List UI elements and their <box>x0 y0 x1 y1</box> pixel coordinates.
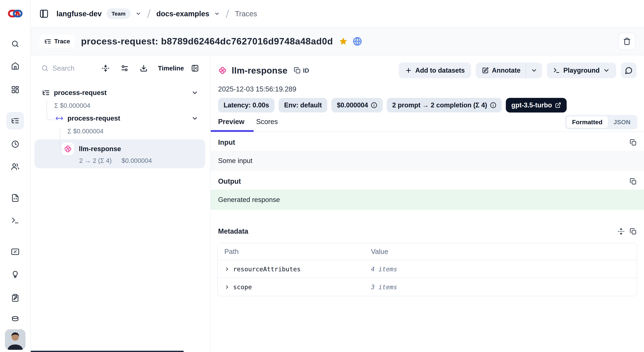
tree-node-process-request-root[interactable]: process-request <box>31 86 210 100</box>
chevron-right-icon[interactable] <box>224 266 230 272</box>
project-switcher-chevron-down-icon[interactable] <box>214 11 220 17</box>
annotate-split-button: Annotate <box>476 63 542 78</box>
bookmark-star-icon[interactable] <box>339 37 348 46</box>
rail-users-icon[interactable] <box>6 158 24 175</box>
copy-icon[interactable] <box>630 139 637 146</box>
tab-preview[interactable]: Preview <box>218 118 244 132</box>
plus-icon <box>405 67 412 74</box>
breadcrumb: langfuse-dev Team docs-examples Traces <box>31 0 644 27</box>
rail-prompts-icon[interactable] <box>6 189 24 207</box>
trace-tree-panel: Search Timeline <box>31 55 211 352</box>
span-tree: process-request Σ $0.000004 process-requ… <box>31 81 210 168</box>
user-avatar[interactable] <box>5 329 26 350</box>
rail-insights-icon[interactable] <box>6 266 24 283</box>
unfold-vertical-icon[interactable] <box>618 228 624 235</box>
table-row[interactable]: scope 3 items <box>218 278 637 296</box>
token-usage-badge: 2 prompt → 2 completion (Σ 4) <box>387 98 502 113</box>
output-content: Generated response <box>211 190 644 210</box>
horizontal-scrollbar[interactable] <box>31 351 184 352</box>
info-icon[interactable] <box>490 102 496 108</box>
metadata-table-header: Path Value <box>218 243 637 260</box>
move-horizontal-icon <box>55 114 64 122</box>
observation-title: llm-response <box>232 65 288 76</box>
breadcrumb-traces-link[interactable]: Traces <box>235 10 257 18</box>
org-switcher-chevron-down-icon[interactable] <box>136 11 141 17</box>
column-header-path: Path <box>224 248 371 256</box>
rail-traces-icon[interactable] <box>6 112 24 130</box>
info-icon[interactable] <box>371 102 377 108</box>
tree-search-input[interactable]: Search <box>41 64 96 72</box>
rail-evaluation-icon[interactable] <box>6 243 24 261</box>
copy-id-button[interactable]: ID <box>294 67 309 74</box>
app-root: langfuse-dev Team docs-examples Traces T… <box>0 0 644 352</box>
annotate-dropdown-chevron-down-icon[interactable] <box>526 63 542 78</box>
timeline-toggle[interactable]: Timeline <box>153 65 188 72</box>
rail-search-icon[interactable] <box>6 35 24 53</box>
add-to-datasets-button[interactable]: Add to datasets <box>399 63 471 78</box>
node-collapse-chevron-down-icon[interactable] <box>191 115 198 122</box>
playground-button[interactable]: Playground <box>547 63 616 78</box>
view-json-option[interactable]: JSON <box>608 116 636 128</box>
download-icon <box>140 64 148 72</box>
trace-chip-label: Trace <box>54 38 70 45</box>
cost-badge: $0.000004 <box>331 98 383 113</box>
comments-button[interactable] <box>621 63 637 78</box>
node-collapse-chevron-down-icon[interactable] <box>191 89 198 96</box>
sidebar-toggle-icon[interactable] <box>39 9 49 18</box>
terminal-icon <box>553 67 560 74</box>
rail-dashboards-icon[interactable] <box>6 81 24 98</box>
list-tree-icon <box>42 89 50 97</box>
tree-node-process-request-span[interactable]: process-request <box>31 111 210 126</box>
rail-playground-icon[interactable] <box>6 212 24 229</box>
rail-annotation-icon[interactable] <box>6 289 24 307</box>
trace-type-chip: Trace <box>39 35 75 48</box>
view-formatted-option[interactable]: Formatted <box>566 116 608 128</box>
node-cost: Σ $0.000004 <box>31 126 210 137</box>
node-cost: Σ $0.000004 <box>31 100 210 111</box>
copy-icon[interactable] <box>630 178 637 185</box>
langfuse-logo-icon[interactable] <box>8 8 23 19</box>
rail-sessions-icon[interactable] <box>6 135 24 153</box>
pen-square-icon <box>482 67 488 74</box>
org-plan-badge: Team <box>106 8 131 19</box>
tree-settings-button[interactable] <box>115 64 134 72</box>
metadata-section-label: Metadata <box>218 227 248 235</box>
view-mode-toggle: Formatted JSON <box>565 115 638 129</box>
node-cost: $0.000004 <box>122 157 152 164</box>
detail-tabs: Preview Scores Formatted JSON <box>211 116 644 132</box>
public-globe-icon[interactable] <box>353 37 362 46</box>
search-placeholder: Search <box>52 64 74 72</box>
metadata-key: resourceAttributes <box>233 265 300 273</box>
download-button[interactable] <box>134 64 153 72</box>
metadata-value: 3 items <box>371 283 630 291</box>
breadcrumb-slash <box>225 8 230 19</box>
project-name[interactable]: docs-examples <box>156 10 209 18</box>
copy-icon <box>294 67 301 74</box>
generation-pinwheel-icon <box>218 66 227 75</box>
table-row[interactable]: resourceAttributes 4 items <box>218 260 637 278</box>
copy-icon[interactable] <box>630 228 637 235</box>
rail-home-icon[interactable] <box>6 57 24 75</box>
trace-title: process-request: b8789d62464dc7627016d97… <box>81 36 333 47</box>
tab-scores[interactable]: Scores <box>256 118 278 132</box>
observation-detail-panel: llm-response ID Add to datasets <box>211 55 644 352</box>
rail-datasets-icon[interactable] <box>6 311 24 329</box>
input-content: Some input <box>211 151 644 171</box>
node-label: process-request <box>68 115 120 122</box>
collapse-all-button[interactable] <box>96 64 115 72</box>
column-header-value: Value <box>371 248 630 256</box>
sliders-icon <box>121 64 128 72</box>
list-tree-icon <box>44 38 51 45</box>
node-label: process-request <box>54 89 107 97</box>
chevron-right-icon[interactable] <box>224 284 230 290</box>
annotate-button[interactable]: Annotate <box>476 63 526 78</box>
node-label: llm-response <box>79 145 121 153</box>
tree-toolbar: Search Timeline <box>31 55 210 81</box>
model-badge[interactable]: gpt-3.5-turbo <box>506 98 567 113</box>
delete-trace-button[interactable] <box>618 33 636 50</box>
output-section-label: Output <box>218 177 241 185</box>
org-name[interactable]: langfuse-dev <box>56 10 102 18</box>
chevron-down-icon <box>603 67 610 74</box>
trash-icon <box>623 37 631 45</box>
collapse-panel-button[interactable] <box>188 64 202 72</box>
